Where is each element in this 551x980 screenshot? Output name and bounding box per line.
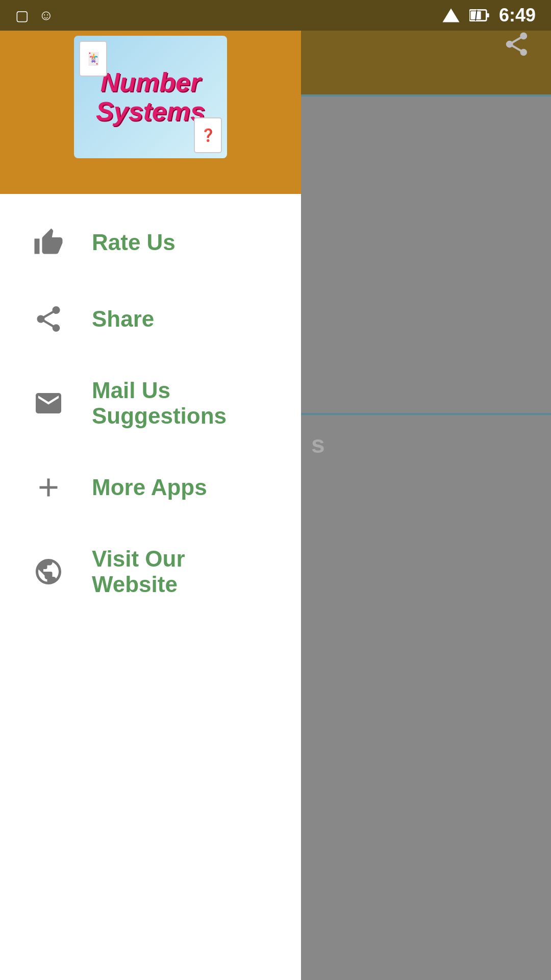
right-panel: s: [301, 0, 551, 980]
right-last-section: [301, 939, 551, 980]
logo-card-right: ❓: [194, 117, 222, 153]
menu-item-share[interactable]: Share: [0, 281, 301, 357]
menu-item-rate-us[interactable]: Rate Us: [0, 204, 301, 281]
menu-item-mail[interactable]: Mail Us Suggestions: [0, 357, 301, 449]
right-mid-section: [301, 96, 551, 413]
right-bottom-section: s: [301, 415, 551, 939]
app-name-logo: NumberSystems: [96, 68, 205, 126]
menu-item-website[interactable]: Visit Our Website: [0, 526, 301, 618]
battery-icon: [469, 8, 490, 23]
image-icon: ▢: [15, 7, 29, 24]
status-bar-left-icons: ▢ ☺: [15, 7, 54, 24]
share-icon: [31, 301, 66, 337]
status-time: 6:49: [499, 5, 536, 26]
android-icon: ☺: [39, 7, 54, 23]
globe-icon: [31, 554, 66, 590]
more-apps-label: More Apps: [92, 475, 207, 500]
logo-title-container: NumberSystems: [96, 68, 205, 126]
plus-icon: [31, 470, 66, 505]
signal-icon: [442, 6, 460, 24]
app-logo: 🃏 NumberSystems ❓: [74, 36, 227, 158]
status-bar-right-icons: 6:49: [442, 5, 536, 26]
logo-card-left: 🃏: [79, 41, 107, 77]
right-partial-text: s: [311, 430, 325, 458]
menu-item-more-apps[interactable]: More Apps: [0, 449, 301, 526]
website-label: Visit Our Website: [92, 546, 270, 597]
mail-icon: [31, 385, 66, 421]
rate-us-label: Rate Us: [92, 230, 176, 255]
svg-rect-1: [486, 13, 489, 17]
share-icon-background: [503, 30, 531, 64]
share-label: Share: [92, 306, 154, 332]
drawer-menu: Rate Us Share Mail Us Suggestions: [0, 194, 301, 980]
drawer: 🃏 NumberSystems ❓ Rate Us Share: [0, 0, 301, 980]
status-bar: ▢ ☺ 6:49: [0, 0, 551, 31]
mail-label: Mail Us Suggestions: [92, 378, 270, 429]
thumbs-up-icon: [31, 225, 66, 260]
